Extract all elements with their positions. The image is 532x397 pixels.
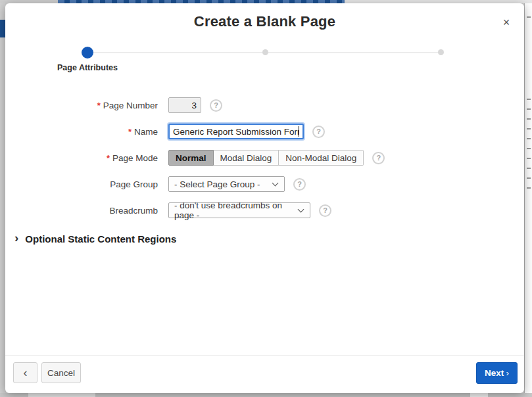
page-mode-option-non-modal-dialog[interactable]: Non-Modal Dialog xyxy=(279,150,364,166)
chevron-right-icon: › xyxy=(506,368,509,378)
page-number-input[interactable] xyxy=(168,97,201,113)
cancel-button[interactable]: Cancel xyxy=(41,362,81,383)
background-gap xyxy=(470,393,488,397)
chevron-left-icon: ‹ xyxy=(24,366,28,379)
footer-divider xyxy=(5,355,524,356)
background-text-fragment xyxy=(527,108,531,110)
page-group-label: Page Group xyxy=(5,179,158,189)
background-text-fragment xyxy=(527,187,531,189)
page-mode-option-normal[interactable]: Normal xyxy=(168,150,214,166)
close-icon[interactable]: × xyxy=(498,14,515,31)
page-number-label: *Page Number xyxy=(5,101,158,110)
background-text-fragment xyxy=(527,168,531,169)
chevron-down-icon xyxy=(298,206,304,213)
background-text-fragment xyxy=(527,99,531,100)
optional-static-content-regions-section[interactable]: › Optional Static Content Regions xyxy=(12,232,176,245)
page-group-select[interactable]: - Select Page Group - xyxy=(168,176,285,192)
help-icon[interactable]: ? xyxy=(319,204,331,217)
name-input[interactable] xyxy=(168,124,304,139)
background-gap xyxy=(28,393,95,397)
breadcrumb-row: Breadcrumb - don't use breadcrumbs on pa… xyxy=(5,202,524,218)
create-blank-page-dialog: Create a Blank Page × Page Attributes *P… xyxy=(5,3,524,393)
page-title: Create a Blank Page xyxy=(5,13,524,30)
next-button[interactable]: Next› xyxy=(476,362,518,384)
name-row: *Name ? xyxy=(5,124,524,139)
required-marker: * xyxy=(128,127,132,137)
background-text-fragment xyxy=(527,148,531,149)
page-group-row: Page Group - Select Page Group - ? xyxy=(5,176,524,192)
background-text-fragment xyxy=(527,128,531,129)
screen: Create a Blank Page × Page Attributes *P… xyxy=(0,0,532,397)
page-number-row: *Page Number ? xyxy=(5,97,524,113)
help-icon[interactable]: ? xyxy=(312,126,325,138)
stepper-step-2 xyxy=(262,49,268,55)
help-icon[interactable]: ? xyxy=(210,99,222,112)
background-text-fragment xyxy=(527,158,531,159)
background-bottom-sliver xyxy=(0,393,532,397)
help-icon[interactable]: ? xyxy=(293,178,306,191)
chevron-right-icon: › xyxy=(14,232,18,244)
background-text-fragment xyxy=(527,138,531,139)
page-mode-row: *Page Mode Normal Modal Dialog Non-Modal… xyxy=(5,150,524,166)
stepper-step-1-label: Page Attributes xyxy=(35,63,140,72)
section-title: Optional Static Content Regions xyxy=(25,233,176,245)
required-marker: * xyxy=(97,101,101,110)
background-text-fragment xyxy=(527,177,531,179)
stepper-step-3 xyxy=(438,49,444,55)
background-right-sliver xyxy=(524,3,532,393)
breadcrumb-label: Breadcrumb xyxy=(5,206,158,216)
background-left-accent xyxy=(0,20,5,37)
required-marker: * xyxy=(107,153,110,163)
text-caret xyxy=(299,126,299,137)
name-field-wrap xyxy=(168,124,304,139)
background-left-sliver xyxy=(0,3,5,397)
page-group-selected-value: - Select Page Group - xyxy=(174,179,260,189)
background-text-fragment xyxy=(527,16,531,18)
name-label: *Name xyxy=(5,127,158,137)
background-text-fragment xyxy=(527,118,531,120)
page-mode-button-group: Normal Modal Dialog Non-Modal Dialog xyxy=(168,150,364,166)
stepper-step-1-active xyxy=(82,47,93,58)
breadcrumb-select[interactable]: - don't use breadcrumbs on page - xyxy=(168,202,310,218)
chevron-down-icon xyxy=(272,180,279,187)
breadcrumb-selected-value: - don't use breadcrumbs on page - xyxy=(174,200,293,220)
page-mode-option-modal-dialog[interactable]: Modal Dialog xyxy=(214,150,279,166)
help-icon[interactable]: ? xyxy=(372,152,385,164)
back-button[interactable]: ‹ xyxy=(13,362,37,383)
page-mode-label: *Page Mode xyxy=(5,153,158,163)
